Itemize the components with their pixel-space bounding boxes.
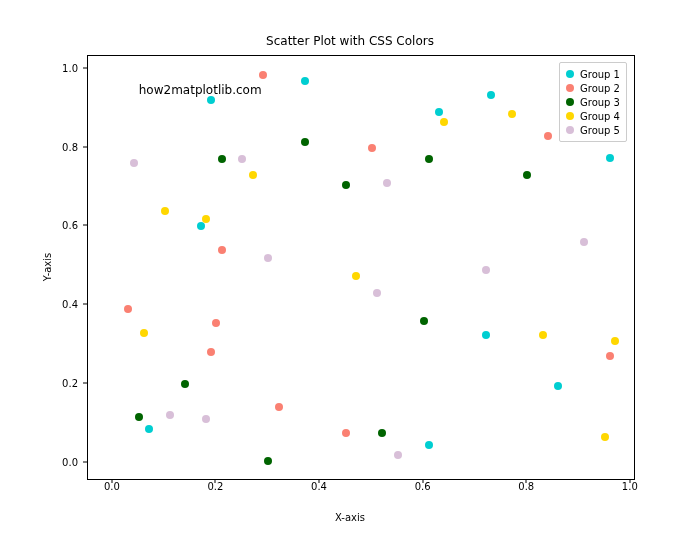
scatter-point — [435, 108, 443, 116]
scatter-point — [212, 319, 220, 327]
legend-item: Group 2 — [566, 81, 620, 95]
scatter-point — [383, 179, 391, 187]
scatter-point — [130, 159, 138, 167]
scatter-point — [197, 222, 205, 230]
y-tick-mark — [83, 146, 87, 147]
plot-area: how2matplotlib.com Group 1 Group 2 Group… — [87, 55, 635, 480]
y-tick-mark — [83, 382, 87, 383]
scatter-point — [352, 272, 360, 280]
scatter-point — [523, 171, 531, 179]
scatter-point — [135, 413, 143, 421]
scatter-point — [544, 132, 552, 140]
legend: Group 1 Group 2 Group 3 Group 4 Group 5 — [559, 62, 627, 142]
scatter-point — [202, 415, 210, 423]
scatter-point — [440, 118, 448, 126]
scatter-point — [368, 144, 376, 152]
y-tick-mark — [83, 461, 87, 462]
legend-label: Group 3 — [580, 97, 620, 108]
scatter-point — [207, 348, 215, 356]
scatter-point — [275, 403, 283, 411]
scatter-point — [301, 138, 309, 146]
scatter-point — [482, 331, 490, 339]
legend-label: Group 2 — [580, 83, 620, 94]
scatter-point — [161, 207, 169, 215]
y-tick-label: 0.0 — [62, 456, 78, 467]
legend-swatch-icon — [566, 70, 574, 78]
y-tick-mark — [83, 225, 87, 226]
legend-swatch-icon — [566, 98, 574, 106]
scatter-point — [606, 352, 614, 360]
x-tick-label: 0.6 — [403, 481, 443, 492]
scatter-point — [259, 71, 267, 79]
scatter-point — [218, 246, 226, 254]
scatter-point — [342, 429, 350, 437]
legend-item: Group 5 — [566, 123, 620, 137]
y-tick-label: 0.6 — [62, 220, 78, 231]
legend-label: Group 5 — [580, 125, 620, 136]
scatter-point — [425, 155, 433, 163]
x-tick-label: 0.4 — [299, 481, 339, 492]
legend-item: Group 4 — [566, 109, 620, 123]
scatter-point — [487, 91, 495, 99]
y-tick-mark — [83, 304, 87, 305]
watermark-annotation: how2matplotlib.com — [139, 83, 262, 97]
chart-title: Scatter Plot with CSS Colors — [0, 34, 700, 48]
scatter-point — [373, 289, 381, 297]
scatter-point — [342, 181, 350, 189]
scatter-point — [181, 380, 189, 388]
y-tick-label: 0.2 — [62, 377, 78, 388]
scatter-point — [218, 155, 226, 163]
x-axis-label: X-axis — [0, 512, 700, 523]
scatter-point — [554, 382, 562, 390]
scatter-point — [166, 411, 174, 419]
scatter-point — [207, 96, 215, 104]
scatter-point — [580, 238, 588, 246]
y-axis-label: Y-axis — [42, 253, 53, 282]
legend-swatch-icon — [566, 84, 574, 92]
legend-item: Group 1 — [566, 67, 620, 81]
x-tick-label: 1.0 — [610, 481, 650, 492]
scatter-point — [378, 429, 386, 437]
scatter-point — [264, 254, 272, 262]
scatter-point — [606, 154, 614, 162]
legend-swatch-icon — [566, 126, 574, 134]
scatter-point — [264, 457, 272, 465]
figure: Scatter Plot with CSS Colors X-axis Y-ax… — [0, 0, 700, 560]
x-tick-label: 0.0 — [92, 481, 132, 492]
legend-swatch-icon — [566, 112, 574, 120]
scatter-point — [145, 425, 153, 433]
scatter-point — [508, 110, 516, 118]
scatter-point — [601, 433, 609, 441]
y-tick-mark — [83, 67, 87, 68]
scatter-point — [425, 441, 433, 449]
y-tick-label: 0.4 — [62, 299, 78, 310]
scatter-point — [611, 337, 619, 345]
scatter-point — [140, 329, 148, 337]
legend-label: Group 4 — [580, 111, 620, 122]
scatter-point — [420, 317, 428, 325]
scatter-point — [394, 451, 402, 459]
x-tick-label: 0.8 — [506, 481, 546, 492]
scatter-point — [249, 171, 257, 179]
legend-item: Group 3 — [566, 95, 620, 109]
scatter-point — [539, 331, 547, 339]
legend-label: Group 1 — [580, 69, 620, 80]
scatter-point — [202, 215, 210, 223]
scatter-point — [301, 77, 309, 85]
y-tick-label: 1.0 — [62, 62, 78, 73]
x-tick-label: 0.2 — [195, 481, 235, 492]
scatter-point — [238, 155, 246, 163]
scatter-point — [482, 266, 490, 274]
scatter-point — [124, 305, 132, 313]
y-tick-label: 0.8 — [62, 141, 78, 152]
